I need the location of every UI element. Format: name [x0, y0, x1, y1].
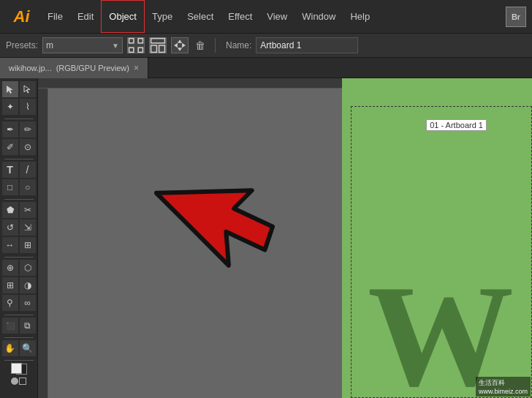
- active-tab[interactable]: wikihow.jp... (RGB/GPU Preview) ×: [0, 58, 148, 78]
- tool-sep-4: [4, 257, 34, 258]
- lasso-icon: ⌇: [26, 102, 30, 112]
- menu-items: File Edit Object Type Select Effect View…: [40, 0, 506, 33]
- hand-icon: ✋: [4, 343, 15, 353]
- rect-icon: □: [7, 182, 12, 192]
- width-btn[interactable]: ↔: [2, 237, 18, 253]
- tool-sep-1: [4, 119, 34, 119]
- blob-brush-btn[interactable]: ⊙: [20, 139, 36, 155]
- menu-object[interactable]: Object: [101, 0, 145, 33]
- svg-rect-0: [129, 39, 134, 43]
- menu-type[interactable]: Type: [145, 0, 180, 33]
- app-logo: Ai: [3, 0, 40, 33]
- paintbucket-btn[interactable]: ⬟: [2, 202, 18, 218]
- presets-value: m: [46, 40, 53, 50]
- fill-indicator[interactable]: [11, 378, 18, 385]
- blend-icon: ∞: [24, 298, 31, 308]
- arrow-graphic: [146, 128, 322, 289]
- mesh-icon: ⊞: [7, 280, 14, 290]
- artboard-name-input[interactable]: [256, 37, 358, 53]
- rotate-icon: ↺: [7, 222, 14, 233]
- perspective-btn[interactable]: ⬡: [20, 260, 36, 276]
- rotate-btn[interactable]: ↺: [2, 219, 18, 236]
- scale-btn[interactable]: ⇲: [20, 219, 36, 236]
- svg-rect-3: [138, 48, 142, 52]
- artboard-layout-btn[interactable]: [149, 37, 167, 53]
- menu-effect[interactable]: Effect: [221, 0, 259, 33]
- type-btn[interactable]: T: [2, 162, 18, 178]
- ruler-left: [38, 89, 48, 398]
- pencil-btn[interactable]: ✐: [2, 139, 18, 155]
- mesh-btn[interactable]: ⊞: [2, 277, 18, 293]
- scissors-icon: ✂: [24, 205, 31, 215]
- presets-dropdown[interactable]: m ▼: [42, 37, 123, 53]
- brush-btn[interactable]: ✏: [20, 121, 36, 138]
- menu-edit[interactable]: Edit: [70, 0, 101, 33]
- dropdown-arrow-icon: ▼: [112, 42, 119, 50]
- menu-bar: Ai File Edit Object Type Select Effect V…: [0, 0, 532, 33]
- width-icon: ↔: [6, 240, 15, 250]
- zoom-btn[interactable]: 🔍: [20, 340, 36, 356]
- name-label: Name:: [226, 40, 251, 50]
- blend-btn[interactable]: ∞: [20, 295, 36, 311]
- menu-help[interactable]: Help: [343, 0, 377, 33]
- main-area: ✦ ⌇ ✒ ✏ ✐ ⊙ T: [0, 78, 532, 398]
- gradient-icon: ◑: [24, 280, 31, 290]
- grid-icon: [128, 37, 144, 53]
- move-artboard-btn[interactable]: [171, 37, 189, 53]
- menu-window[interactable]: Window: [294, 0, 343, 33]
- stroke-indicator[interactable]: [19, 378, 26, 385]
- svg-rect-1: [138, 39, 142, 43]
- menu-file[interactable]: File: [40, 0, 70, 33]
- gradient-btn[interactable]: ◑: [20, 277, 36, 293]
- perspective-icon: ⬡: [24, 263, 31, 273]
- eyedropper-icon: ⚲: [7, 298, 13, 308]
- pen-icon: ✒: [7, 124, 14, 135]
- slice-icon: ⧉: [24, 320, 31, 331]
- watermark-line1: 生活百科: [479, 378, 528, 388]
- tool-sep-3: [4, 199, 34, 200]
- tool-sep-5: [4, 315, 34, 315]
- svg-rect-5: [151, 45, 157, 52]
- pencil-icon: ✐: [7, 142, 14, 152]
- tool-panel: ✦ ⌇ ✒ ✏ ✐ ⊙ T: [0, 78, 38, 398]
- hand-btn[interactable]: ✋: [2, 340, 18, 356]
- lasso-btn[interactable]: ⌇: [20, 99, 36, 115]
- magic-wand-btn[interactable]: ✦: [2, 99, 18, 115]
- svg-marker-7: [156, 144, 288, 276]
- direct-select-icon: [23, 84, 33, 94]
- layout-icon: [150, 37, 166, 53]
- artboard-grid-btn[interactable]: [127, 37, 145, 53]
- free-transform-icon: ⊞: [24, 240, 31, 250]
- ellipse-btn[interactable]: ○: [20, 179, 36, 195]
- type-icon: T: [7, 164, 13, 176]
- direct-select-btn[interactable]: [20, 81, 36, 97]
- selection-tool-icon: [5, 84, 15, 94]
- brush-icon: ✏: [24, 124, 31, 135]
- line-btn[interactable]: /: [20, 162, 36, 178]
- tab-bar: wikihow.jp... (RGB/GPU Preview) ×: [0, 58, 532, 78]
- watermark: 生活百科 www.bimeiz.com: [476, 377, 531, 397]
- tab-colormode: (RGB/GPU Preview): [56, 64, 129, 72]
- line-icon: /: [26, 164, 29, 176]
- tab-close-btn[interactable]: ×: [134, 63, 139, 73]
- menu-view[interactable]: View: [259, 0, 294, 33]
- separator: [215, 38, 216, 53]
- menu-select[interactable]: Select: [180, 0, 221, 33]
- free-transform-btn[interactable]: ⊞: [20, 237, 36, 253]
- presets-label: Presets:: [6, 40, 38, 50]
- svg-rect-4: [151, 39, 165, 43]
- selection-tool-btn[interactable]: [2, 81, 18, 97]
- tab-filename: wikihow.jp...: [9, 64, 52, 72]
- shape-builder-btn[interactable]: ⊕: [2, 260, 18, 276]
- blob-brush-icon: ⊙: [24, 142, 31, 152]
- rect-btn[interactable]: □: [2, 179, 18, 195]
- pen-btn[interactable]: ✒: [2, 121, 18, 138]
- slice-btn[interactable]: ⧉: [20, 318, 36, 334]
- eyedropper-btn[interactable]: ⚲: [2, 295, 18, 311]
- delete-artboard-btn[interactable]: 🗑: [193, 37, 208, 53]
- canvas-area: 01 - Artboard 1 W 生活百科 www.bimeiz.com: [38, 78, 532, 398]
- artboard-label: 01 - Artboard 1: [426, 119, 487, 131]
- br-badge[interactable]: Br: [506, 7, 526, 27]
- artboard-tool-btn[interactable]: ⬛: [2, 318, 18, 334]
- scissors-btn[interactable]: ✂: [20, 202, 36, 218]
